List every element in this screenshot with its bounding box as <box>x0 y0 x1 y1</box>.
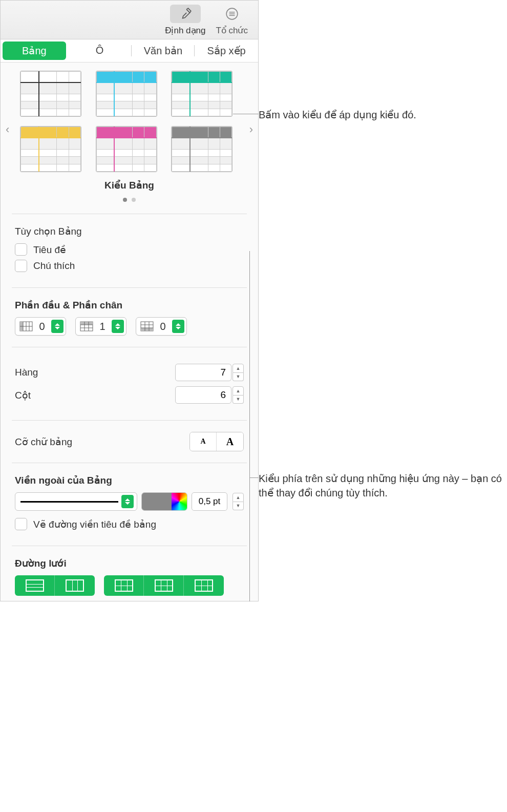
gridlines-header-v-button[interactable] <box>144 575 184 596</box>
gridlines-section: Đường lưới <box>1 552 258 601</box>
table-style-thumb-6[interactable] <box>171 126 233 172</box>
caption-checkbox[interactable] <box>15 260 27 272</box>
cols-label: Cột <box>15 389 31 401</box>
header-rows-arrows[interactable] <box>112 320 124 333</box>
table-options-title: Tùy chọn Bảng <box>15 225 244 237</box>
table-font-row: Cỡ chữ bảng A A <box>1 427 258 456</box>
header-cols-value: 0 <box>37 321 47 332</box>
footer-lines-icon <box>195 579 213 592</box>
font-size-segmented: A A <box>189 432 244 451</box>
cols-stepper[interactable]: ▲▼ <box>233 386 244 404</box>
header-columns-stepper[interactable]: 0 <box>15 317 66 336</box>
outline-title-checkbox[interactable] <box>15 518 27 530</box>
header-rows-value: 1 <box>97 321 108 332</box>
table-styles-section: ‹ › Kiểu Bảng <box>1 63 258 207</box>
tab-table[interactable]: Bảng <box>3 41 66 60</box>
table-style-thumb-1[interactable] <box>20 71 81 117</box>
svg-rect-8 <box>80 322 93 325</box>
gridlines-footer-button[interactable] <box>184 575 224 596</box>
gridlines-vertical-button[interactable] <box>55 575 95 596</box>
header-col-icon <box>19 321 33 331</box>
color-swatch <box>142 493 172 510</box>
table-style-thumb-4[interactable] <box>20 126 81 172</box>
headers-footers-section: Phần đầu & Phần chân 0 1 0 <box>1 294 258 341</box>
rows-label: Hàng <box>15 367 38 378</box>
outline-width-input[interactable] <box>192 492 227 511</box>
page-dots <box>5 195 254 203</box>
table-style-thumb-5[interactable] <box>96 126 157 172</box>
callout-effects: Kiểu phía trên sử dụng những hiệu ứng nà… <box>259 471 507 500</box>
footer-row-icon <box>140 321 154 331</box>
header-cols-arrows[interactable] <box>51 320 64 333</box>
table-style-thumb-3[interactable] <box>171 71 233 117</box>
cols-input[interactable] <box>175 386 231 404</box>
tab-cell[interactable]: Ô <box>68 39 132 62</box>
footer-rows-value: 0 <box>158 321 168 332</box>
page-dot-1[interactable] <box>123 198 127 202</box>
font-size-label: Cỡ chữ bảng <box>15 436 72 448</box>
header-rows-stepper[interactable]: 1 <box>75 317 126 336</box>
list-icon <box>217 5 247 23</box>
paintbrush-icon <box>170 5 201 23</box>
line-sample-icon <box>20 501 118 503</box>
outline-width-stepper[interactable]: ▲▼ <box>233 493 244 510</box>
header-v-icon <box>155 579 173 592</box>
table-options-section: Tùy chọn Bảng Tiêu đề Chú thích <box>1 220 258 281</box>
format-label: Định dạng <box>165 25 205 36</box>
organize-inspector-button[interactable]: Tổ chức <box>216 5 248 36</box>
font-larger-button[interactable]: A <box>217 432 243 451</box>
header-h-icon <box>115 579 133 592</box>
table-style-thumb-2[interactable] <box>96 71 157 117</box>
inspector-tabs: Bảng Ô Văn bản Sắp xếp <box>1 39 258 63</box>
font-smaller-button[interactable]: A <box>190 432 217 451</box>
page-dot-2[interactable] <box>132 198 136 202</box>
outline-style-dropdown[interactable] <box>15 492 137 511</box>
outline-style-arrows[interactable] <box>121 495 134 508</box>
table-styles-title: Kiểu Bảng <box>5 179 254 191</box>
rows-stepper[interactable]: ▲▼ <box>233 364 244 381</box>
svg-rect-14 <box>141 328 153 331</box>
inspector-toolbar: Định dạng Tổ chức <box>1 1 258 39</box>
annotation-area: Bấm vào kiểu để áp dụng kiểu đó. Kiểu ph… <box>259 0 507 601</box>
table-outline-section: Viền ngoài của Bảng ▲▼ Vẽ đường viền tiê… <box>1 469 258 539</box>
gridlines-header-h-button[interactable] <box>104 575 144 596</box>
outline-title-checkbox-label: Vẽ đường viền tiêu đề bảng <box>33 518 156 530</box>
tab-text[interactable]: Văn bản <box>132 39 195 62</box>
color-wheel-icon[interactable] <box>172 493 187 510</box>
title-checkbox[interactable] <box>15 243 27 256</box>
tab-arrange[interactable]: Sắp xếp <box>195 39 258 62</box>
gridlines-title: Đường lưới <box>15 557 244 569</box>
header-row-icon <box>80 321 93 331</box>
rows-cols-section: Hàng ▲▼ Cột ▲▼ <box>1 353 258 414</box>
styles-next-button[interactable]: › <box>246 119 256 139</box>
styles-prev-button[interactable]: ‹ <box>3 119 12 139</box>
headers-footers-title: Phần đầu & Phần chân <box>15 299 244 311</box>
title-checkbox-label: Tiêu đề <box>33 244 66 256</box>
format-inspector-button[interactable]: Định dạng <box>165 5 205 36</box>
callout-style-click: Bấm vào kiểu để áp dụng kiểu đó. <box>259 108 416 122</box>
footer-rows-stepper[interactable]: 0 <box>136 317 187 336</box>
h-lines-icon <box>26 579 44 592</box>
v-lines-icon <box>66 579 84 592</box>
format-inspector-panel: Định dạng Tổ chức Bảng Ô Văn bản Sắp xếp… <box>0 0 259 601</box>
gridlines-horizontal-button[interactable] <box>15 575 55 596</box>
caption-checkbox-label: Chú thích <box>33 260 75 272</box>
outline-color-well[interactable] <box>141 492 187 511</box>
outline-title: Viền ngoài của Bảng <box>15 474 244 486</box>
organize-label: Tổ chức <box>216 25 248 36</box>
rows-input[interactable] <box>175 364 231 381</box>
footer-rows-arrows[interactable] <box>172 320 184 333</box>
